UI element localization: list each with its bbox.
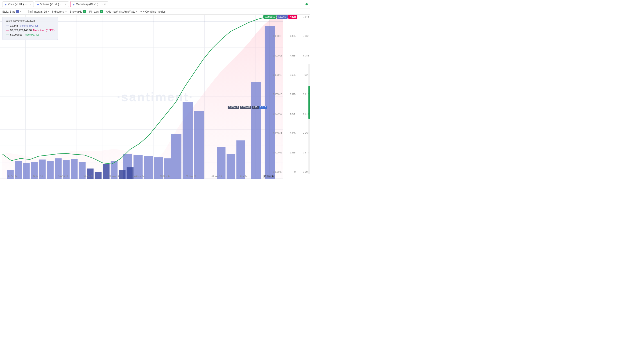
axis-minmax-label: Axis max/min: Auto/Auto [106, 10, 135, 13]
interval-selector[interactable]: ▦ Interval: 1d ▾ [28, 10, 49, 13]
tooltip-marketcap-row: — $7,870,273,148.00 Marketcap (PEPE) [6, 28, 54, 32]
pin-axis-checkbox[interactable]: ✓ [100, 10, 103, 13]
price-tab[interactable]: ◆ Price (PEPE) ⋯ × [2, 1, 34, 7]
marketcap-axis: 7.94B 7.36B 6.78B 6.2B 5.61B 5.03B 4.45B… [297, 15, 310, 174]
volume-axis-label-3: 6.65B [284, 74, 295, 76]
tooltip-marketcap-value: $7,870,273,148.00 [10, 29, 32, 31]
price-axis-label-5: 0.000012 [268, 113, 282, 115]
x-axis: 24 Oct 24 26 Oct 24 28 Oct 24 30 Oct 24 … [0, 174, 283, 179]
show-axis-checkbox[interactable]: ✓ [83, 10, 86, 13]
price-badge: 0.000019 [264, 15, 277, 19]
marketcap-tab[interactable]: ◆ Marketcap (PEPE) ⋯ × [70, 1, 108, 7]
x-label-6: 05 Nov 24 [160, 175, 170, 178]
tooltip-price-dash: — [6, 33, 9, 36]
interval-chevron: ▾ [48, 11, 49, 13]
marketcap-badge: 7.87B [288, 15, 297, 19]
x-label-2: 28 Oct 24 [58, 175, 68, 178]
hline-marketcap-label: 5.12B [259, 106, 267, 109]
pin-axis-toggle[interactable]: Pin axis ✓ [89, 10, 103, 13]
x-label-9: 11 Nov 24 [237, 175, 248, 178]
price-axis-label-3: 0.000015 [268, 74, 282, 76]
volume-axis-label-4: 5.32B [284, 93, 295, 96]
volume-axis-label-8: 0 [284, 171, 295, 173]
hline-price-label: 0.000012 [228, 106, 239, 109]
svg-rect-45 [236, 140, 245, 179]
tooltip-volume-label: Volume (PEPE) [20, 24, 38, 27]
volume-tab[interactable]: ◆ Volume (PEPE) ⋯ × [35, 1, 69, 7]
price-axis-label-1: 0.000018 [268, 35, 282, 37]
value-badges: 0.000019 10.54B 7.87B [264, 15, 297, 19]
tooltip-volume-row: — 10.54B Volume (PEPE) [6, 24, 54, 28]
mc-axis-label-8: 3.29B [298, 171, 309, 173]
volume-axis-label-7: 1.33B [284, 151, 295, 154]
style-selector[interactable]: Style: Bars ▾ [2, 10, 21, 13]
indicators-chevron: ▾ [65, 11, 67, 13]
x-label-8: 09 Nov 24 [211, 175, 222, 178]
mc-axis-label-7: 3.87B [298, 151, 309, 154]
volume-tab-label: Volume (PEPE) [40, 3, 59, 6]
volume-axis-label-6: 2.66B [284, 132, 295, 134]
price-axis-label-4: 0.000013 [268, 93, 282, 96]
axis-chevron: ▾ [136, 11, 137, 13]
volume-axis-label-1: 9.32B [284, 35, 295, 37]
chart-tooltip: 01:00, November 13, 2024 — 10.54B Volume… [2, 17, 58, 40]
live-indicator [306, 3, 308, 5]
tooltip-marketcap-label: Marketcap (PEPE) [33, 29, 54, 31]
indicators-selector[interactable]: Indicators: ▾ [52, 10, 67, 13]
hline-labels: 0.000012 0.000012 4.2B 5.12B [228, 106, 267, 109]
show-axis-label: Show axis [70, 10, 82, 13]
price-axis: 0.000019 0.000018 0.000016 0.000015 0.00… [267, 15, 283, 174]
show-axis-toggle[interactable]: Show axis ✓ [70, 10, 86, 13]
mc-axis-label-4: 5.61B [298, 93, 309, 96]
svg-rect-42 [251, 82, 261, 179]
pin-axis-label: Pin axis [89, 10, 99, 13]
mc-axis-label-6: 4.45B [298, 132, 309, 134]
volume-badge: 10.54B [277, 15, 287, 19]
metric-tabs: ◆ Price (PEPE) ⋯ × ◆ Volume (PEPE) ⋯ × ◆… [0, 0, 310, 9]
price-axis-label-6: 0.000011 [268, 132, 282, 134]
x-label-10: 13 Nov 24 [263, 175, 275, 178]
style-chevron: ▾ [20, 11, 21, 13]
volume-tab-more[interactable]: ⋯ [60, 2, 63, 6]
scrollbar-track[interactable] [309, 64, 310, 174]
marketcap-tab-close[interactable]: × [104, 3, 106, 6]
combine-plus-icon: + [140, 10, 142, 13]
tooltip-marketcap-dash: — [6, 28, 9, 32]
scrollbar-thumb[interactable] [309, 86, 310, 119]
mc-axis-label-0: 7.94B [298, 15, 309, 18]
eth-icon-price: ◆ [5, 3, 7, 6]
axis-minmax-selector[interactable]: Axis max/min: Auto/Auto ▾ [106, 10, 137, 13]
combine-label: + Combine metrics [143, 10, 166, 13]
volume-axis-label-2: 7.98B [284, 55, 295, 57]
tooltip-volume-dash: — [6, 24, 9, 28]
price-tab-more[interactable]: ⋯ [25, 2, 28, 6]
mc-axis-label-2: 6.78B [298, 55, 309, 57]
volume-tab-close[interactable]: × [65, 3, 66, 6]
combine-metrics-button[interactable]: + + Combine metrics [140, 10, 166, 13]
interval-icon: ▦ [28, 10, 33, 13]
mc-axis-label-1: 7.36B [298, 35, 309, 37]
volume-axis-label-5: 3.99B [284, 113, 295, 115]
price-axis-label-8: 0.000008 [268, 171, 282, 173]
mc-axis-label-5: 5.03B [298, 113, 309, 115]
tooltip-price-value: $0.000019 [10, 33, 22, 36]
price-axis-label-7: 0.000009 [268, 151, 282, 154]
x-label-4: 01 Nov 24 [108, 175, 119, 178]
marketcap-tab-label: Marketcap (PEPE) [76, 3, 98, 6]
style-label: Style: Bars [2, 10, 15, 13]
svg-rect-41 [194, 111, 204, 179]
tooltip-volume-value: 10.54B [10, 24, 18, 27]
x-label-0: 24 Oct 24 [8, 175, 17, 178]
eth-icon-marketcap: ◆ [73, 3, 75, 6]
tooltip-price-label: Price (PEPE) [24, 33, 39, 36]
price-tab-close[interactable]: × [30, 3, 31, 6]
x-label-5: 03 Nov 24 [134, 175, 145, 178]
toolbar: Style: Bars ▾ | ▦ Interval: 1d ▾ Indicat… [0, 9, 310, 15]
marketcap-tab-more[interactable]: ⋯ [99, 2, 103, 6]
eth-icon-volume: ◆ [37, 3, 39, 6]
price-axis-label-2: 0.000016 [268, 55, 282, 57]
hline-price-label2: 0.000012 [240, 106, 251, 109]
price-tab-label: Price (PEPE) [8, 3, 24, 6]
x-label-7: 07 Nov 24 [186, 175, 196, 178]
x-label-1: 26 Oct 24 [33, 175, 43, 178]
